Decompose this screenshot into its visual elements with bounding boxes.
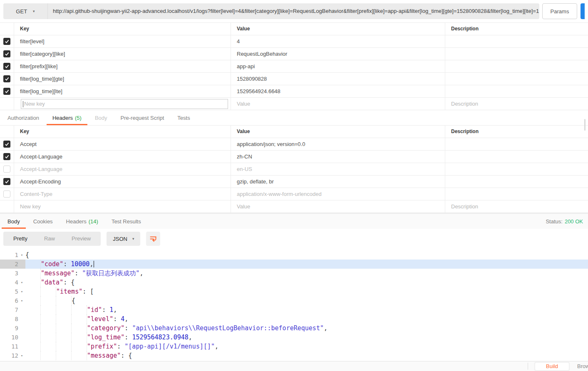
- description-cell[interactable]: [445, 48, 588, 60]
- code-line[interactable]: 1▾{: [0, 250, 588, 260]
- code-line[interactable]: 12▾"message": {: [0, 351, 588, 360]
- tab-authorization[interactable]: Authorization: [1, 110, 46, 125]
- value-cell[interactable]: RequestLogBehavior: [231, 48, 445, 60]
- tab-pre-request-script[interactable]: Pre-request Script: [114, 110, 171, 125]
- description-cell[interactable]: [445, 60, 588, 72]
- checkbox-checked[interactable]: [3, 88, 10, 95]
- view-mode-pretty[interactable]: Pretty: [5, 232, 36, 246]
- scrollbar-thumb[interactable]: [584, 119, 586, 131]
- token-key: "message": [87, 352, 121, 359]
- tab-body[interactable]: Body: [1, 214, 27, 229]
- beautify-button[interactable]: [146, 232, 160, 246]
- response-tabs: BodyCookiesHeaders(14)Test Results: [0, 214, 148, 229]
- checkbox-checked[interactable]: [3, 153, 10, 160]
- fold-arrow-icon[interactable]: ▾: [18, 351, 25, 360]
- indent-guide: [25, 296, 41, 305]
- code-line[interactable]: 6▾{: [0, 296, 588, 305]
- send-button[interactable]: [581, 3, 585, 19]
- new-description-cell[interactable]: Description: [445, 98, 588, 110]
- code-line[interactable]: 7"id": 1,: [0, 305, 588, 314]
- tab-headers[interactable]: Headers(14): [60, 214, 105, 229]
- build-button[interactable]: Build: [535, 362, 569, 371]
- code-editor[interactable]: 1▾{2"code": 10000,3"message": "获取日志列表成功"…: [0, 249, 588, 360]
- tab-body[interactable]: Body: [88, 110, 114, 125]
- checkbox-checked[interactable]: [3, 141, 10, 148]
- key-cell[interactable]: filter[log_time][lte]: [14, 85, 231, 97]
- view-mode-preview[interactable]: Preview: [63, 232, 99, 246]
- code-line[interactable]: 8"level": 4,: [0, 314, 588, 324]
- value-cell[interactable]: 4: [231, 35, 445, 47]
- description-cell[interactable]: [445, 188, 588, 200]
- token-pun: :: [113, 315, 121, 323]
- token-str: "[app-api][/v1/menus][]": [124, 343, 215, 350]
- tab-tests[interactable]: Tests: [171, 110, 196, 125]
- description-cell[interactable]: [445, 176, 588, 188]
- key-cell[interactable]: filter[prefix][like]: [14, 60, 231, 72]
- key-cell[interactable]: Accept-Language: [14, 163, 231, 175]
- description-cell[interactable]: [445, 151, 588, 163]
- description-cell[interactable]: [445, 85, 588, 97]
- fold-arrow-icon[interactable]: ▾: [18, 296, 25, 305]
- code-line[interactable]: 3"message": "获取日志列表成功",: [0, 269, 588, 278]
- key-cell[interactable]: Accept-Language: [14, 151, 231, 163]
- tab-test-results[interactable]: Test Results: [105, 214, 148, 229]
- checkbox-unchecked[interactable]: [3, 190, 10, 198]
- code-line[interactable]: 5▾"items": [: [0, 287, 588, 296]
- fold-spacer: [18, 260, 25, 269]
- code-line[interactable]: 4▾"data": {: [0, 278, 588, 287]
- code-line[interactable]: 10"log_time": 1529564823.0948,: [0, 333, 588, 342]
- key-cell[interactable]: filter[log_time][gte]: [14, 73, 231, 85]
- token-key: "data": [41, 279, 63, 286]
- new-key-input[interactable]: New key: [21, 99, 228, 109]
- value-cell[interactable]: zh-CN: [231, 151, 445, 163]
- indent-guide: [25, 324, 41, 333]
- checkbox-checked[interactable]: [3, 50, 10, 57]
- fold-arrow-icon[interactable]: ▾: [18, 250, 25, 260]
- description-cell[interactable]: [445, 73, 588, 85]
- description-cell[interactable]: [445, 138, 588, 150]
- key-cell[interactable]: Accept-Encoding: [14, 176, 231, 188]
- code-line[interactable]: 9"category": "api\\behaviors\\RequestLog…: [0, 324, 588, 333]
- key-cell[interactable]: filter[category][like]: [14, 48, 231, 60]
- fold-spacer: [18, 324, 25, 333]
- language-select[interactable]: JSON ▾: [107, 232, 140, 246]
- value-cell[interactable]: 1529564924.6648: [231, 85, 445, 97]
- code-line[interactable]: 11"prefix": "[app-api][/v1/menus][]",: [0, 342, 588, 351]
- new-value-cell[interactable]: Value: [231, 200, 445, 213]
- tab-cookies[interactable]: Cookies: [27, 214, 60, 229]
- value-cell[interactable]: gzip, deflate, br: [231, 176, 445, 188]
- checkbox-checked[interactable]: [3, 178, 10, 185]
- value-cell[interactable]: app-api: [231, 60, 445, 72]
- value-placeholder: Value: [237, 101, 250, 107]
- description-cell[interactable]: [445, 35, 588, 47]
- view-mode-raw[interactable]: Raw: [36, 232, 63, 246]
- tab-headers[interactable]: Headers(5): [46, 110, 88, 125]
- params-button[interactable]: Params: [542, 3, 577, 19]
- method-select[interactable]: GET ▾: [3, 3, 48, 19]
- fold-arrow-icon[interactable]: ▾: [18, 278, 25, 287]
- key-cell[interactable]: Accept: [14, 138, 231, 150]
- new-key-cell[interactable]: New key: [14, 200, 231, 213]
- description-cell[interactable]: [445, 163, 588, 175]
- url-input[interactable]: http://api.github-shuijingwan-yii2-app-a…: [48, 3, 539, 19]
- checkbox-checked[interactable]: [3, 75, 10, 82]
- new-description-cell[interactable]: Description: [445, 200, 588, 213]
- code-line-content: "items": [: [25, 287, 588, 296]
- value-cell[interactable]: 1528090828: [231, 73, 445, 85]
- value-cell[interactable]: en-US: [231, 163, 445, 175]
- line-number: 9: [0, 324, 18, 333]
- code-line[interactable]: 2"code": 10000,: [0, 260, 588, 269]
- fold-spacer: [18, 314, 25, 324]
- checkbox-unchecked[interactable]: [3, 166, 10, 173]
- checkbox-checked[interactable]: [3, 63, 10, 70]
- browse-button[interactable]: Browse: [577, 363, 588, 369]
- new-value-cell[interactable]: Value: [231, 98, 445, 110]
- indent-guide: [25, 287, 41, 296]
- key-cell[interactable]: Content-Type: [14, 188, 231, 200]
- value-cell[interactable]: application/x-www-form-urlencoded: [231, 188, 445, 200]
- key-cell[interactable]: filter[level]: [14, 35, 231, 47]
- line-number: 4: [0, 278, 18, 287]
- value-cell[interactable]: application/json; version=0.0: [231, 138, 445, 150]
- checkbox-checked[interactable]: [3, 38, 10, 45]
- fold-arrow-icon[interactable]: ▾: [18, 287, 25, 296]
